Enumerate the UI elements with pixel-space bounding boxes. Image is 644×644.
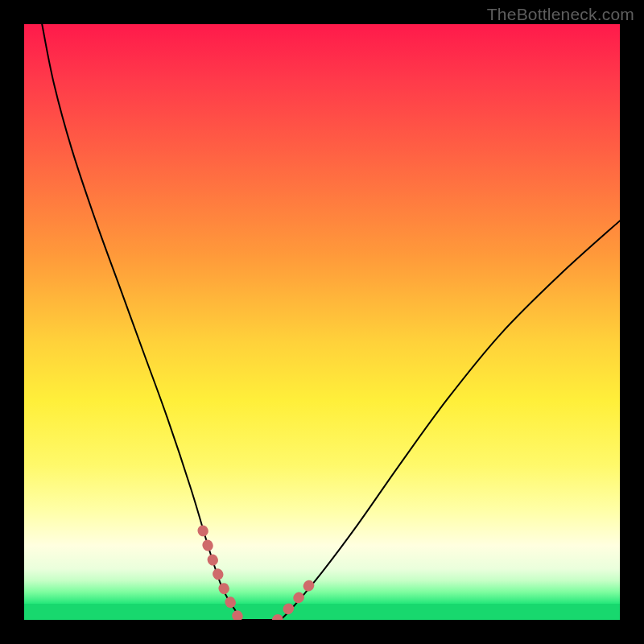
right-tail-highlight — [278, 584, 311, 620]
plot-area — [24, 24, 620, 620]
bottleneck-curve — [42, 24, 620, 620]
watermark-text: TheBottleneck.com — [487, 5, 634, 24]
curve-layer — [24, 24, 620, 620]
chart-frame: TheBottleneck.com — [0, 0, 644, 644]
left-tail-highlight — [203, 530, 240, 620]
